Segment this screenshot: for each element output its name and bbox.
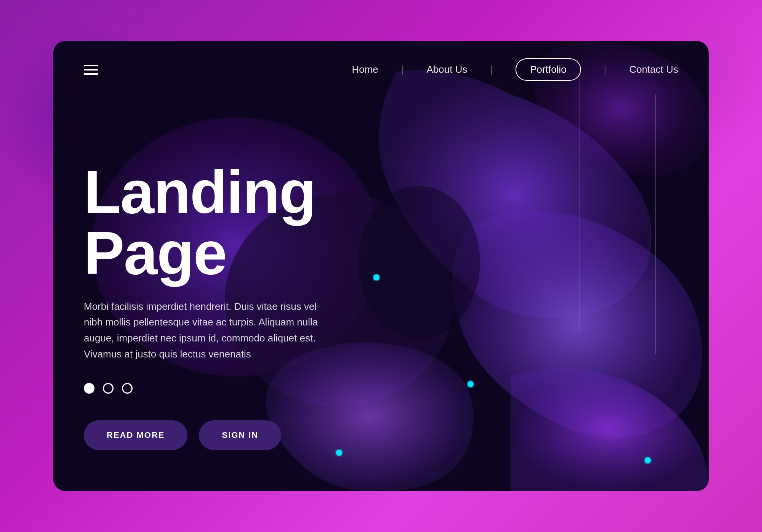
- dot-3[interactable]: [122, 383, 133, 394]
- cta-buttons: READ MORE SIGN IN: [84, 420, 320, 450]
- hamburger-menu[interactable]: [84, 65, 98, 75]
- svg-point-10: [645, 457, 651, 463]
- hero-title-line2: Page: [84, 219, 226, 287]
- hamburger-line-3: [84, 73, 98, 75]
- hero-section: Landing Page Morbi facilisis imperdiet h…: [53, 98, 351, 491]
- nav-portfolio[interactable]: Portfolio: [515, 58, 581, 81]
- carousel-dots: [84, 383, 320, 394]
- sign-in-button[interactable]: SIGN IN: [199, 420, 281, 450]
- svg-point-4: [373, 274, 379, 280]
- nav-sep-3: |: [604, 64, 607, 75]
- hero-description: Morbi facilisis imperdiet hendrerit. Dui…: [84, 299, 320, 362]
- dot-2[interactable]: [103, 383, 114, 394]
- nav-contact[interactable]: Contact Us: [629, 64, 678, 75]
- hamburger-line-2: [84, 69, 98, 71]
- nav-about[interactable]: About Us: [427, 64, 467, 75]
- svg-point-7: [467, 381, 474, 387]
- hero-title-line1: Landing: [84, 158, 315, 226]
- nav-home[interactable]: Home: [352, 64, 378, 75]
- nav-sep-1: |: [401, 64, 404, 75]
- hero-title: Landing Page: [84, 162, 320, 284]
- svg-point-2: [358, 186, 480, 338]
- hamburger-line-1: [84, 65, 98, 66]
- dot-1[interactable]: [84, 383, 94, 394]
- main-card: Home | About Us | Portfolio | Contact Us…: [53, 41, 709, 491]
- nav-sep-2: |: [490, 64, 493, 75]
- navbar: Home | About Us | Portfolio | Contact Us: [53, 41, 709, 98]
- nav-links: Home | About Us | Portfolio | Contact Us: [352, 58, 678, 81]
- read-more-button[interactable]: READ MORE: [84, 420, 187, 450]
